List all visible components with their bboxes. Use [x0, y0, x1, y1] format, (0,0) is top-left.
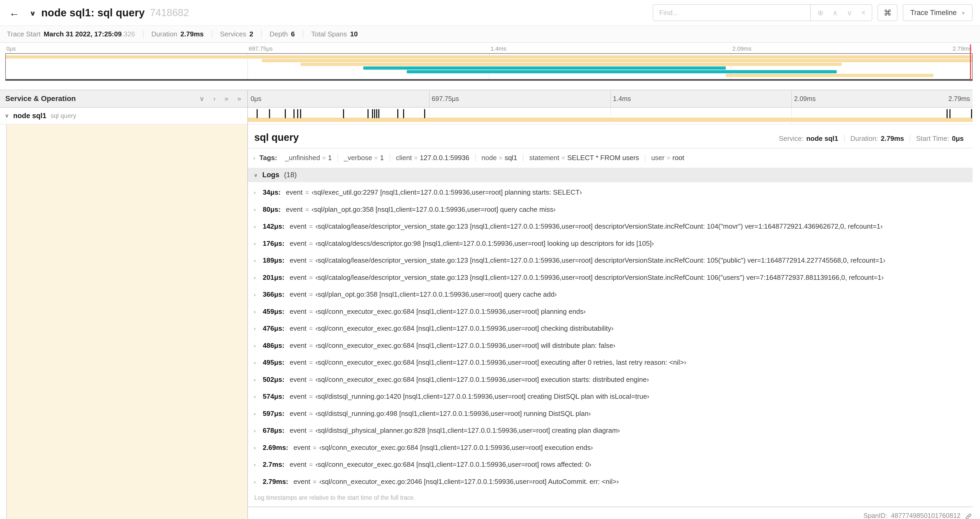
log-row[interactable]: › 486μs: event=‹sql/conn_executor_exec.g… — [254, 337, 969, 354]
meta-label: Service: — [779, 134, 804, 142]
focus-matches-icon[interactable]: ⊕ — [817, 8, 823, 17]
log-row[interactable]: › 2.69ms: event=‹sql/conn_executor_exec.… — [254, 439, 969, 456]
minimap-span-bars — [6, 54, 972, 79]
span-service-name[interactable]: node sql1 — [13, 112, 46, 120]
log-marker-tick[interactable] — [256, 109, 258, 118]
log-expand-icon[interactable]: › — [254, 393, 262, 401]
tags-label[interactable]: Tags: — [259, 154, 277, 162]
log-expand-icon[interactable]: › — [254, 342, 262, 350]
meta-item: Service:node sql1 — [773, 134, 844, 143]
log-marker-tick[interactable] — [285, 109, 286, 118]
log-row[interactable]: › 495μs: event=‹sql/conn_executor_exec.g… — [254, 354, 969, 371]
log-marker-tick[interactable] — [372, 109, 373, 118]
log-marker-tick[interactable] — [269, 109, 270, 118]
log-expand-icon[interactable]: › — [254, 274, 262, 282]
tags-expand-icon[interactable]: › — [253, 155, 255, 162]
expand-all-icon[interactable]: » — [224, 95, 228, 103]
log-marker-tick[interactable] — [397, 109, 398, 118]
span-collapse-icon[interactable]: ∨ — [5, 113, 9, 119]
log-value: ‹sql/plan_opt.go:358 [nsql1,client=127.0… — [315, 291, 557, 298]
log-row[interactable]: › 80μs: event=‹sql/plan_opt.go:358 [nsql… — [254, 201, 969, 218]
log-marker-tick[interactable] — [368, 109, 369, 118]
log-expand-icon[interactable]: › — [254, 410, 262, 418]
logs-collapse-icon[interactable]: ∨ — [254, 172, 258, 177]
log-marker-tick[interactable] — [947, 109, 948, 118]
trace-summary-bar: Trace Start March 31 2022, 17:25:09.326 … — [0, 25, 980, 43]
trace-title-collapse-icon[interactable]: ∨ — [30, 9, 36, 17]
log-equals: = — [310, 444, 319, 451]
log-marker-tick[interactable] — [300, 109, 301, 118]
prev-result-icon[interactable]: ∧ — [832, 8, 838, 17]
log-marker-tick[interactable] — [971, 109, 972, 118]
collapse-one-icon[interactable]: › — [213, 95, 216, 103]
log-marker-tick[interactable] — [378, 109, 379, 118]
log-marker-tick[interactable] — [950, 109, 950, 118]
log-marker-tick[interactable] — [376, 109, 377, 118]
meta-label: Duration: — [850, 134, 878, 142]
log-expand-icon[interactable]: › — [254, 461, 262, 469]
minimap-canvas[interactable] — [5, 53, 973, 81]
log-marker-tick[interactable] — [403, 109, 404, 118]
back-button[interactable]: ← — [0, 0, 29, 25]
log-row[interactable]: › 366μs: event=‹sql/plan_opt.go:358 [nsq… — [254, 286, 969, 303]
keyboard-shortcuts-button[interactable]: ⌘ — [878, 4, 897, 21]
log-row[interactable]: › 2.79ms: event=‹sql/conn_executor_exec.… — [254, 473, 969, 490]
deep-link-icon[interactable] — [964, 512, 972, 519]
log-row[interactable]: › 678μs: event=‹sql/distsql_physical_pla… — [254, 422, 969, 439]
log-expand-icon[interactable]: › — [254, 359, 262, 367]
log-row[interactable]: › 34μs: event=‹sql/exec_util.go:2297 [ns… — [254, 184, 969, 201]
log-expand-icon[interactable]: › — [254, 291, 262, 299]
summary-value: 2 — [250, 30, 253, 38]
summary-label: Services — [220, 30, 246, 38]
log-row[interactable]: › 142μs: event=‹sql/catalog/lease/descri… — [254, 218, 969, 235]
summary-item: Services 2 — [212, 30, 261, 38]
log-timestamp: 189μs: — [262, 256, 284, 265]
span-bar[interactable] — [248, 118, 973, 122]
log-marker-tick[interactable] — [343, 109, 344, 118]
tag-key: _verbose — [344, 154, 372, 162]
logs-header[interactable]: ∨ Logs (18) — [248, 168, 973, 182]
span-row-name-cell[interactable]: ∨ node sql1 sql query — [0, 108, 247, 125]
logs-count: (18) — [284, 171, 297, 179]
log-row[interactable]: › 502μs: event=‹sql/conn_executor_exec.g… — [254, 371, 969, 388]
find-input[interactable] — [653, 4, 811, 21]
tick-label: 697.75μs — [249, 45, 273, 52]
log-marker-tick[interactable] — [374, 109, 375, 118]
collapse-all-icon[interactable]: » — [237, 95, 241, 103]
log-row[interactable]: › 176μs: event=‹sql/catalog/descs/descri… — [254, 235, 969, 252]
log-row[interactable]: › 459μs: event=‹sql/conn_executor_exec.g… — [254, 303, 969, 320]
log-field-name: event — [290, 410, 307, 417]
log-marker-tick[interactable] — [424, 109, 425, 118]
log-marker-tick[interactable] — [293, 109, 294, 118]
log-expand-icon[interactable]: › — [254, 308, 262, 316]
expand-one-icon[interactable]: ∨ — [199, 95, 204, 103]
log-row[interactable]: › 476μs: event=‹sql/conn_executor_exec.g… — [254, 320, 969, 337]
span-operation-name: sql query — [51, 112, 76, 120]
trace-view-dropdown[interactable]: Trace Timeline ∨ — [903, 4, 973, 21]
log-timestamp: 80μs: — [262, 205, 280, 214]
log-row[interactable]: › 574μs: event=‹sql/distsql_running.go:1… — [254, 388, 969, 405]
log-expand-icon[interactable]: › — [254, 444, 262, 452]
next-result-icon[interactable]: ∨ — [847, 8, 852, 17]
log-expand-icon[interactable]: › — [254, 427, 262, 434]
clear-search-icon[interactable]: × — [861, 8, 865, 17]
log-expand-icon[interactable]: › — [254, 257, 262, 265]
log-text: event=‹sql/exec_util.go:2297 [nsql1,clie… — [286, 188, 582, 197]
log-expand-icon[interactable]: › — [254, 223, 262, 230]
log-expand-icon[interactable]: › — [254, 206, 262, 214]
log-expand-icon[interactable]: › — [254, 478, 262, 486]
log-row[interactable]: › 2.7ms: event=‹sql/conn_executor_exec.g… — [254, 456, 969, 473]
logs-footnote: Log timestamps are relative to the start… — [248, 490, 973, 506]
log-expand-icon[interactable]: › — [254, 189, 262, 196]
log-row[interactable]: › 201μs: event=‹sql/catalog/lease/descri… — [254, 269, 969, 286]
log-row[interactable]: › 597μs: event=‹sql/distsql_running.go:4… — [254, 405, 969, 422]
log-equals: = — [306, 376, 315, 383]
log-expand-icon[interactable]: › — [254, 325, 262, 332]
log-timestamp: 366μs: — [262, 290, 284, 299]
log-marker-tick[interactable] — [297, 109, 298, 118]
log-row[interactable]: › 189μs: event=‹sql/catalog/lease/descri… — [254, 252, 969, 269]
minimap-span-bar — [363, 67, 726, 70]
minimap-cursor-line[interactable] — [970, 44, 971, 81]
log-expand-icon[interactable]: › — [254, 376, 262, 384]
log-expand-icon[interactable]: › — [254, 240, 262, 248]
